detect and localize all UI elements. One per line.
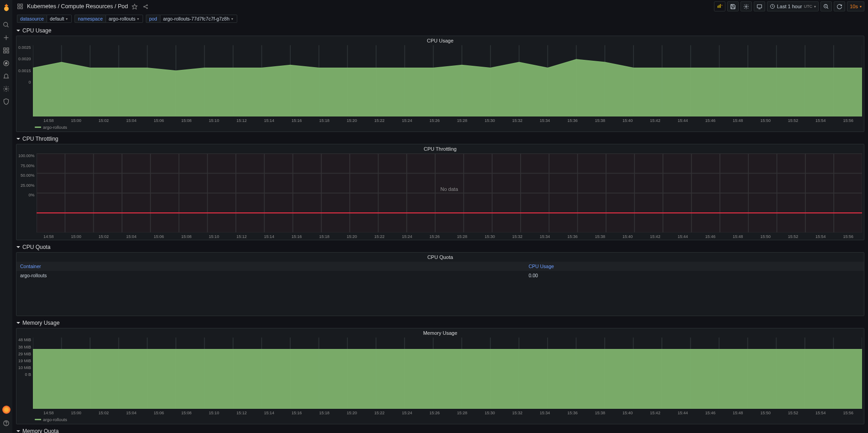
star-icon[interactable] [131, 2, 139, 11]
row-cpu-usage[interactable]: CPU Usage [16, 25, 864, 36]
panel-cpu-throttling[interactable]: CPU Throttling 100.00% 75.00% 50.00% 25.… [16, 144, 864, 240]
svg-rect-16 [21, 7, 22, 9]
topbar: Kubernetes / Compute Resources / Pod + L… [12, 0, 868, 13]
svg-line-1 [7, 26, 8, 27]
nav-sidebar [0, 0, 12, 433]
table-row: argo-rollouts 0.00 [16, 271, 864, 280]
svg-point-20 [147, 7, 148, 8]
explore-icon[interactable] [2, 58, 11, 68]
refresh-interval[interactable]: 10s▾ [847, 1, 864, 11]
svg-text:+: + [721, 4, 722, 6]
svg-rect-28 [757, 5, 761, 8]
var-namespace-label: namespace [75, 15, 105, 23]
plot-area[interactable]: No data [37, 153, 862, 232]
svg-rect-6 [4, 51, 5, 53]
search-icon[interactable] [2, 20, 11, 29]
svg-point-10 [5, 88, 7, 90]
breadcrumb[interactable]: Kubernetes / Compute Resources / Pod [27, 3, 128, 10]
svg-point-18 [144, 6, 145, 7]
plot-area[interactable] [33, 338, 862, 409]
svg-rect-24 [719, 5, 719, 7]
row-cpu-throttling[interactable]: CPU Throttling [16, 133, 864, 144]
panel-title: Memory Usage [16, 328, 864, 338]
legend: argo-rollouts [16, 124, 864, 132]
settings-button[interactable] [740, 1, 752, 11]
row-memory-usage[interactable]: Memory Usage [16, 317, 864, 328]
share-icon[interactable] [142, 2, 150, 11]
panel-title: CPU Quota [16, 253, 864, 262]
plot-area[interactable] [33, 45, 862, 116]
refresh-button[interactable] [834, 1, 845, 11]
y-axis: 48 MiB 38 MiB 29 MiB 19 MiB 10 MiB 0 B [18, 338, 33, 377]
svg-marker-9 [5, 62, 7, 64]
legend-swatch [35, 127, 41, 128]
no-data-label: No data [441, 186, 458, 192]
time-picker[interactable]: Last 1 hour UTC ▾ [767, 1, 819, 11]
alerting-icon[interactable] [2, 71, 11, 80]
panel-title: CPU Usage [16, 36, 864, 45]
svg-point-0 [4, 22, 8, 26]
svg-rect-25 [720, 4, 720, 7]
zoom-out-button[interactable] [820, 1, 832, 11]
shield-icon[interactable] [2, 97, 11, 106]
template-variables: datasource default▾ namespace argo-rollo… [12, 13, 868, 25]
var-datasource-value[interactable]: default▾ [47, 15, 72, 23]
panel-memory-usage[interactable]: Memory Usage 48 MiB 38 MiB 29 MiB 19 MiB… [16, 328, 864, 424]
legend: argo-rollouts [16, 416, 864, 424]
row-cpu-quota[interactable]: CPU Quota [16, 241, 864, 252]
y-axis: 0.0025 0.0020 0.0015 0 [18, 45, 33, 84]
svg-line-21 [145, 5, 147, 6]
th-cpu-usage[interactable]: CPU Usage [525, 262, 864, 271]
user-avatar[interactable] [2, 406, 11, 414]
var-pod-value[interactable]: argo-rollouts-77d7fc7c7f-g7z8h▾ [160, 15, 237, 23]
panel-title: CPU Throttling [16, 144, 864, 153]
td-container: argo-rollouts [16, 271, 525, 280]
svg-rect-13 [18, 4, 20, 6]
td-cpu-usage: 0.00 [525, 271, 864, 280]
th-container[interactable]: Container [16, 262, 525, 271]
svg-line-32 [827, 7, 828, 9]
save-button[interactable] [727, 1, 739, 11]
grafana-logo[interactable] [2, 3, 11, 12]
svg-rect-23 [718, 5, 718, 8]
time-range-label: Last 1 hour [777, 4, 802, 9]
add-panel-button[interactable]: + [714, 1, 725, 11]
svg-marker-17 [133, 4, 138, 9]
panel-cpu-usage[interactable]: CPU Usage 0.0025 0.0020 0.0015 0 14:5815… [16, 36, 864, 132]
var-namespace-value[interactable]: argo-rollouts▾ [106, 15, 143, 23]
tz-label: UTC [804, 4, 813, 9]
svg-rect-14 [21, 4, 22, 6]
x-axis: 14:5815:0015:0215:0415:0615:0815:1015:12… [16, 233, 864, 240]
svg-rect-5 [7, 48, 9, 49]
plus-icon[interactable] [2, 33, 11, 42]
table-header: Container CPU Usage [16, 262, 864, 271]
row-memory-quota[interactable]: Memory Quota [16, 425, 864, 433]
svg-rect-7 [7, 51, 9, 53]
svg-rect-15 [18, 7, 20, 9]
svg-rect-4 [4, 48, 5, 49]
help-icon[interactable] [2, 418, 11, 428]
tv-mode-button[interactable] [754, 1, 765, 11]
svg-point-27 [746, 5, 747, 7]
panel-icon[interactable] [16, 2, 24, 11]
x-axis: 14:5815:0015:0215:0415:0615:0815:1015:12… [16, 410, 864, 416]
legend-swatch [35, 419, 41, 420]
dashboards-icon[interactable] [2, 46, 11, 55]
svg-point-12 [6, 424, 6, 425]
gear-icon[interactable] [2, 84, 11, 93]
x-axis: 14:5815:0015:0215:0415:0615:0815:1015:12… [16, 117, 864, 124]
var-pod-label: pod [146, 15, 160, 23]
svg-rect-99 [37, 153, 862, 232]
y-axis: 100.00% 75.00% 50.00% 25.00% 0% [18, 153, 37, 197]
panel-cpu-quota[interactable]: CPU Quota Container CPU Usage argo-rollo… [16, 252, 864, 316]
var-datasource-label: datasource [17, 15, 47, 23]
svg-point-19 [147, 5, 148, 5]
svg-line-22 [145, 7, 147, 8]
